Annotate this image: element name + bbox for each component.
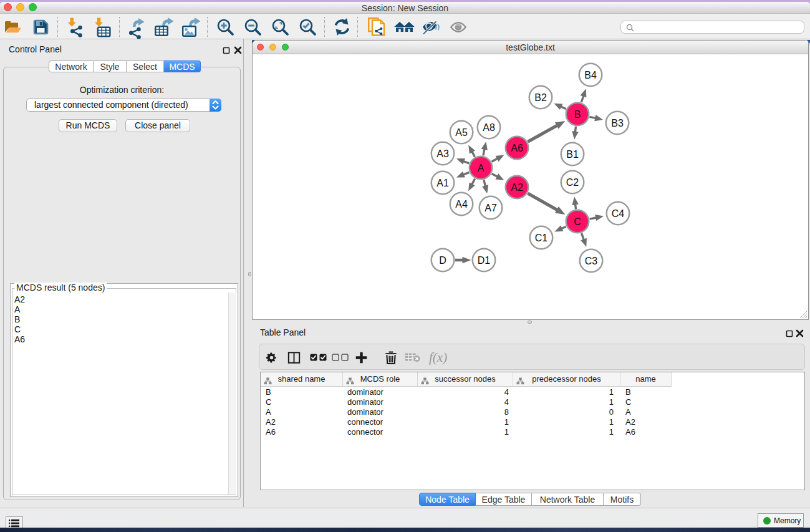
svg-text:C: C <box>574 216 581 227</box>
svg-text:A: A <box>478 163 485 173</box>
svg-text:D: D <box>439 255 446 266</box>
svg-text:A5: A5 <box>455 127 468 138</box>
svg-text:A1: A1 <box>436 178 449 188</box>
svg-text:C3: C3 <box>585 256 598 266</box>
svg-text:B1: B1 <box>566 149 579 160</box>
svg-text:C1: C1 <box>535 233 548 243</box>
svg-text:A3: A3 <box>436 148 449 159</box>
svg-text:B: B <box>574 109 581 120</box>
svg-text:D1: D1 <box>478 255 491 266</box>
svg-text:A7: A7 <box>485 203 497 213</box>
svg-text:C2: C2 <box>566 177 579 188</box>
svg-text:A2: A2 <box>511 182 523 193</box>
svg-text:A8: A8 <box>483 122 495 133</box>
svg-text:B3: B3 <box>611 118 624 128</box>
svg-text:C4: C4 <box>612 208 625 219</box>
svg-text:A6: A6 <box>511 143 523 153</box>
svg-text:A4: A4 <box>455 199 468 210</box>
svg-text:B2: B2 <box>534 92 547 103</box>
svg-text:B4: B4 <box>584 70 597 80</box>
